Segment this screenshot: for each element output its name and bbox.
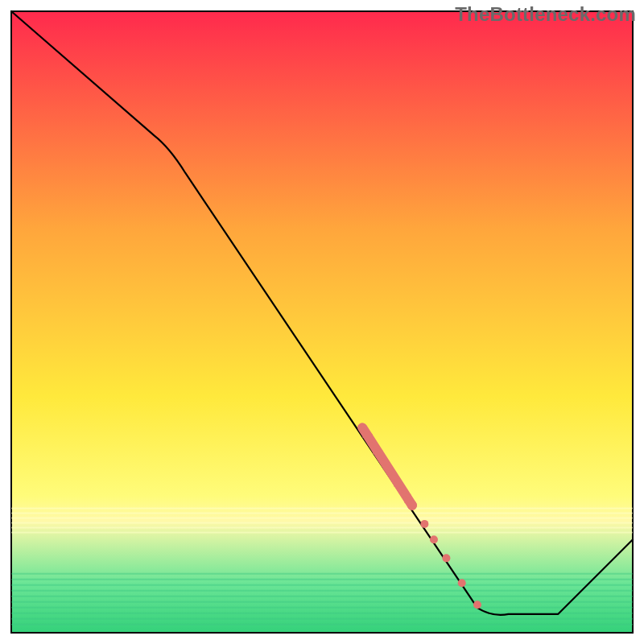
- highlight-point: [442, 554, 450, 562]
- chart-container: TheBottleneck.com: [0, 0, 644, 644]
- highlight-point: [407, 501, 417, 510]
- highlight-point: [420, 520, 428, 528]
- highlight-point: [430, 535, 438, 543]
- plot-area: [11, 11, 633, 633]
- highlight-point: [473, 601, 481, 609]
- bottleneck-chart: [0, 0, 644, 644]
- highlight-point: [458, 579, 466, 587]
